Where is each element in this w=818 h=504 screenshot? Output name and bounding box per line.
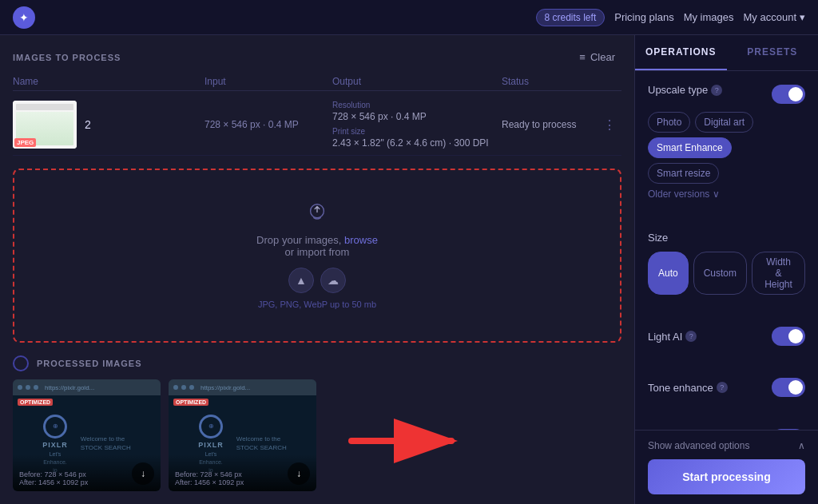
my-images-link[interactable]: My images <box>684 11 734 23</box>
older-versions[interactable]: Older versions ∨ <box>648 189 805 200</box>
tone-enhance-row: Tone enhance ? <box>648 378 805 397</box>
cloud-icon: ☁ <box>328 274 339 287</box>
import-buttons: ▲ ☁ <box>288 268 346 293</box>
size-buttons: Auto Custom Width & Height <box>648 252 805 295</box>
output-resolution: 728 × 546 px · 0.4 MP <box>332 111 502 122</box>
tone-enhance-toggle[interactable] <box>772 378 805 397</box>
type-btn-smart-enhance[interactable]: Smart Enhance <box>648 137 732 158</box>
status-cell: Ready to process <box>502 119 598 130</box>
upscale-toggle[interactable] <box>772 85 805 104</box>
tone-enhance-label: Tone enhance ? <box>648 382 728 394</box>
processed-section: PROCESSED IMAGES https://pixlr.gold... <box>13 355 621 491</box>
size-btn-auto[interactable]: Auto <box>648 252 689 295</box>
type-buttons: Photo Digital art Smart Enhance Smart re… <box>648 112 805 184</box>
opt-badge-1: OPTIMIZED <box>18 399 53 406</box>
account-menu[interactable]: My account ▾ <box>744 11 805 23</box>
drive-icon: ▲ <box>296 274 307 287</box>
import-btn-2[interactable]: ☁ <box>320 268 346 293</box>
image-filename: 2 <box>85 118 91 131</box>
light-ai-row: Light AI ? <box>648 327 805 346</box>
light-ai-label: Light AI ? <box>648 331 697 343</box>
output-print-label: Print size <box>332 127 502 136</box>
content-area: IMAGES TO PROCESS ≡ Clear Name Input Out… <box>0 35 818 504</box>
size-btn-custom[interactable]: Custom <box>693 252 747 295</box>
image-name-cell: JPEG 2 <box>13 101 204 149</box>
processed-thumb-2: https://pixlr.gold... ⊕ PIXLR Let's Enha… <box>169 379 316 491</box>
advanced-options[interactable]: Show advanced options ∧ <box>648 440 805 451</box>
more-options-button[interactable]: ⋮ <box>598 114 621 136</box>
drop-zone[interactable]: Drop your images, browse or import from … <box>13 169 621 343</box>
light-ai-toggle[interactable] <box>772 327 805 346</box>
filter-icon: ≡ <box>579 51 586 63</box>
credits-badge: 8 credits left <box>536 9 606 26</box>
logo: ✦ <box>13 6 35 29</box>
right-panel: OPERATIONS PRESETS Upscale type ? Photo … <box>634 35 818 504</box>
output-print-value: 2.43 × 1.82" (6.2 × 4.6 cm) · 300 DPI <box>332 137 502 149</box>
browse-link[interactable]: browse <box>344 234 378 246</box>
panel-tabs: OPERATIONS PRESETS <box>635 35 818 71</box>
chevron-up-icon: ∧ <box>798 440 805 451</box>
light-ai-info-icon[interactable]: ? <box>685 331 697 342</box>
tone-enhance-info-icon[interactable]: ? <box>717 382 728 393</box>
upload-icon <box>301 202 333 224</box>
type-btn-smart-resize[interactable]: Smart resize <box>648 163 719 184</box>
upscale-info-icon[interactable]: ? <box>711 85 722 96</box>
upscale-type-section: Upscale type ? Photo Digital art Smart E… <box>648 84 805 200</box>
drop-text: Drop your images, browse or import from <box>256 234 378 258</box>
section-header: IMAGES TO PROCESS ≡ Clear <box>13 48 621 66</box>
image-thumbnail: JPEG <box>13 101 77 149</box>
download-button-1[interactable]: ↓ <box>132 462 154 485</box>
download-button-2[interactable]: ↓ <box>288 462 310 485</box>
type-btn-photo[interactable]: Photo <box>648 112 690 133</box>
images-to-process-section: IMAGES TO PROCESS ≡ Clear Name Input Out… <box>13 48 621 156</box>
section-title: IMAGES TO PROCESS <box>13 53 121 62</box>
processed-title: PROCESSED IMAGES <box>37 359 142 368</box>
size-section: Size Auto Custom Width & Height <box>648 232 805 295</box>
processed-thumb-1: https://pixlr.gold... ⊕ PIXLR Let's Enha… <box>13 379 161 491</box>
type-btn-digital-art[interactable]: Digital art <box>695 112 753 133</box>
output-resolution-label: Resolution <box>332 101 502 109</box>
processed-icon <box>13 355 29 371</box>
start-processing-button[interactable]: Start processing <box>648 459 805 494</box>
table-header: Name Input Output Status <box>13 73 621 91</box>
import-btn-1[interactable]: ▲ <box>288 268 314 293</box>
header: ✦ 8 credits left Pricing plans My images… <box>0 0 818 35</box>
size-btn-width-height[interactable]: Width & Height <box>752 252 805 295</box>
processed-header: PROCESSED IMAGES <box>13 355 621 371</box>
pixlr-logo-2: ⊕ <box>199 415 223 439</box>
processed-images-grid: https://pixlr.gold... ⊕ PIXLR Let's Enha… <box>13 379 621 491</box>
ops-panel: Upscale type ? Photo Digital art Smart E… <box>635 71 818 430</box>
chevron-down-icon: ∨ <box>713 189 720 200</box>
drop-hint: JPG, PNG, WebP up to 50 mb <box>258 300 376 309</box>
output-cell: Resolution 728 × 546 px · 0.4 MP Print s… <box>332 101 502 149</box>
input-cell: 728 × 546 px · 0.4 MP <box>204 119 332 130</box>
jpeg-badge: JPEG <box>14 138 36 147</box>
tab-operations[interactable]: OPERATIONS <box>635 35 727 70</box>
clear-button[interactable]: ≡ Clear <box>573 48 621 66</box>
image-row: JPEG 2 728 × 546 px · 0.4 MP Resolution … <box>13 94 621 156</box>
opt-badge-2: OPTIMIZED <box>173 399 208 406</box>
tab-presets[interactable]: PRESETS <box>727 35 819 70</box>
right-bottom: Show advanced options ∧ Start processing <box>635 430 818 504</box>
pixlr-logo-1: ⊕ <box>43 415 67 439</box>
size-title: Size <box>648 232 805 244</box>
upscale-type-title: Upscale type ? <box>648 84 722 96</box>
left-panel: IMAGES TO PROCESS ≡ Clear Name Input Out… <box>0 35 634 504</box>
pricing-link[interactable]: Pricing plans <box>614 11 673 23</box>
